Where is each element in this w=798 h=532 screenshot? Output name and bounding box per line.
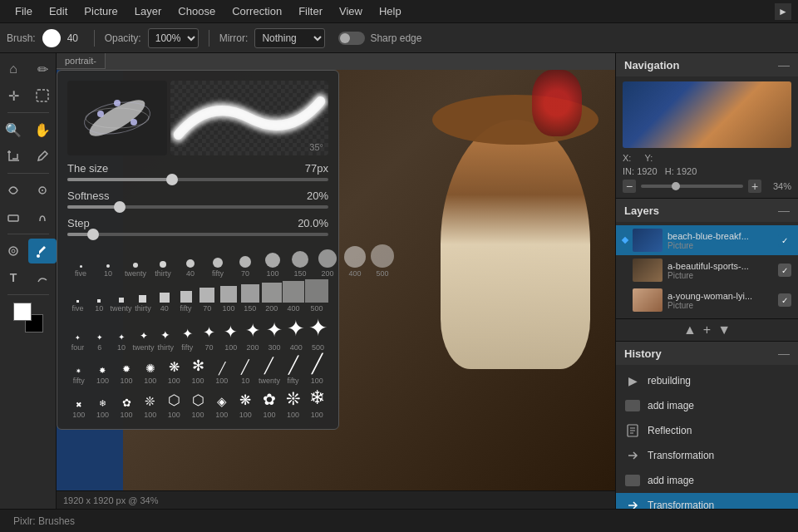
- menu-edit[interactable]: Edit: [41, 0, 76, 23]
- tool-heal[interactable]: [0, 178, 27, 203]
- history-item-add-image-2[interactable]: add image: [616, 468, 798, 493]
- history-item-transformation-2[interactable]: Transformation: [616, 493, 798, 509]
- brush-cell[interactable]: 200: [261, 283, 282, 313]
- brush-cell[interactable]: ✿100: [115, 397, 138, 419]
- menu-more-button[interactable]: ►: [775, 3, 791, 20]
- brush-cell[interactable]: ✦four: [67, 334, 88, 352]
- brush-cell[interactable]: 500: [369, 244, 396, 278]
- tool-text[interactable]: T: [0, 265, 27, 290]
- zoom-slider[interactable]: [641, 185, 743, 188]
- layer-item-2[interactable]: a-beautiful-sports-... Picture ✓: [616, 255, 798, 285]
- brush-cell[interactable]: ❄100: [305, 387, 328, 419]
- toggle-switch[interactable]: [338, 32, 365, 45]
- brush-cell[interactable]: ✻100: [186, 357, 209, 385]
- history-item-reflection[interactable]: Reflection: [616, 418, 798, 443]
- brush-cell[interactable]: 70: [197, 288, 218, 313]
- layers-collapse[interactable]: —: [778, 204, 790, 217]
- layer-item-1[interactable]: beach-blue-breakf... Picture ✓: [616, 225, 798, 255]
- layer-move-down-button[interactable]: ▼: [717, 323, 731, 337]
- brush-cell[interactable]: ⬡100: [163, 392, 186, 419]
- brush-cell[interactable]: ✦500: [308, 314, 328, 352]
- zoom-in-button[interactable]: +: [748, 180, 761, 193]
- brush-cell[interactable]: ⬡100: [186, 392, 209, 419]
- brush-cell[interactable]: 400: [342, 246, 368, 278]
- step-slider[interactable]: [67, 233, 328, 236]
- zoom-slider-thumb[interactable]: [672, 182, 680, 190]
- history-item-transformation-1[interactable]: Transformation: [616, 443, 798, 468]
- color-swatches[interactable]: [13, 303, 43, 332]
- brush-cell[interactable]: 100: [259, 253, 286, 278]
- brush-cell[interactable]: ✦200: [242, 320, 263, 352]
- history-header[interactable]: History —: [616, 342, 798, 365]
- brush-cell[interactable]: ✦70: [199, 323, 219, 352]
- tool-home[interactable]: ⌂: [0, 57, 27, 81]
- brush-cell[interactable]: ✺100: [139, 362, 162, 385]
- layer-item-3[interactable]: a-young-woman-lyi... Picture ✓: [616, 285, 798, 315]
- brush-cell[interactable]: 40: [154, 293, 175, 313]
- sharp-edge-toggle[interactable]: Sharp edge: [338, 32, 421, 45]
- tool-pen[interactable]: [0, 239, 27, 264]
- brush-cell[interactable]: ✸100: [91, 366, 115, 385]
- canvas-area[interactable]: portrait-: [57, 53, 615, 509]
- menu-choose[interactable]: Choose: [170, 0, 224, 23]
- brush-cell[interactable]: ✦10: [111, 332, 131, 352]
- fg-color[interactable]: [13, 303, 32, 321]
- brush-cell[interactable]: ✦6: [89, 333, 110, 352]
- brush-cell[interactable]: fifty: [175, 291, 196, 313]
- softness-slider-thumb[interactable]: [114, 201, 126, 213]
- tool-move[interactable]: ✛: [0, 83, 27, 108]
- brush-cell[interactable]: ❊100: [139, 394, 162, 419]
- brush-cell[interactable]: ✦thirty: [155, 328, 176, 352]
- tool-zoom[interactable]: 🔍: [0, 117, 27, 142]
- brush-cell[interactable]: ❋100: [163, 359, 186, 385]
- brush-cell[interactable]: ✿100: [258, 390, 281, 419]
- menu-correction[interactable]: Correction: [224, 0, 290, 23]
- brush-cell[interactable]: ✦100: [220, 322, 241, 352]
- history-collapse[interactable]: —: [778, 347, 790, 360]
- brush-cell[interactable]: ╱twenty: [258, 357, 281, 385]
- brush-cell[interactable]: ✖100: [67, 401, 91, 419]
- layer-visibility-1[interactable]: ✓: [778, 234, 791, 247]
- brush-cell[interactable]: ╱100: [210, 362, 234, 385]
- brush-cell[interactable]: ✦300: [264, 318, 285, 352]
- softness-slider[interactable]: [67, 205, 328, 209]
- tool-erase[interactable]: [0, 204, 27, 229]
- tool-hand[interactable]: ✋: [28, 117, 57, 142]
- brush-cell[interactable]: 10: [95, 264, 121, 278]
- nav-thumbnail[interactable]: [623, 81, 791, 148]
- brush-cell[interactable]: 400: [283, 281, 304, 313]
- brush-cell[interactable]: 150: [287, 251, 313, 278]
- layer-add-button[interactable]: +: [703, 323, 711, 337]
- tool-clone[interactable]: [28, 178, 57, 203]
- portrait-tab[interactable]: portrait-: [57, 53, 106, 69]
- layer-visibility-3[interactable]: ✓: [778, 293, 791, 307]
- brush-cell[interactable]: 40: [177, 259, 204, 278]
- menu-layer[interactable]: Layer: [126, 0, 170, 23]
- mirror-select[interactable]: Nothing Horizontal Vertical Both: [254, 28, 325, 48]
- step-slider-thumb[interactable]: [87, 229, 99, 240]
- brush-cell[interactable]: five: [67, 265, 94, 278]
- size-slider[interactable]: [67, 178, 328, 181]
- brush-cell[interactable]: 200: [314, 249, 341, 278]
- tool-eyedropper[interactable]: [28, 144, 57, 169]
- menu-filter[interactable]: Filter: [290, 0, 331, 23]
- brush-cell[interactable]: 500: [305, 279, 328, 313]
- brush-cell[interactable]: ❊100: [282, 389, 305, 419]
- brush-cell[interactable]: twenty: [111, 298, 132, 313]
- brush-cell[interactable]: ❄100: [91, 398, 115, 419]
- opacity-select[interactable]: 100% 75% 50% 25%: [148, 28, 199, 48]
- brush-cell[interactable]: 100: [219, 286, 239, 313]
- layer-visibility-2[interactable]: ✓: [778, 264, 791, 277]
- brush-cell[interactable]: ✦fifty: [177, 326, 198, 352]
- brush-cell[interactable]: 150: [239, 284, 260, 313]
- brush-cell[interactable]: ╱10: [234, 359, 257, 385]
- brush-cell[interactable]: ◈100: [210, 394, 234, 419]
- brush-cell[interactable]: ✦twenty: [133, 330, 155, 352]
- navigation-header[interactable]: Navigation —: [616, 53, 798, 76]
- brush-cell[interactable]: 70: [232, 256, 259, 278]
- brush-cell[interactable]: ✷fifty: [67, 367, 91, 385]
- history-item-rebuilding[interactable]: ▶ rebuilding: [616, 368, 798, 393]
- layers-header[interactable]: Layers —: [616, 199, 798, 222]
- layer-move-up-button[interactable]: ▲: [683, 323, 697, 337]
- navigation-collapse[interactable]: —: [778, 58, 790, 71]
